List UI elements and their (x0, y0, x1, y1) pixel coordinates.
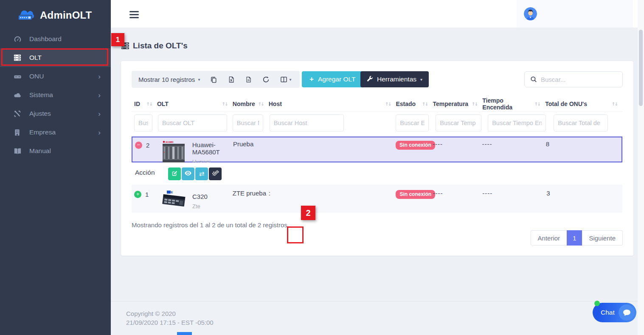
table-toolbar-group: Mostrar 10 registros ▾ (132, 71, 300, 88)
settings-gears-button[interactable] (209, 168, 222, 180)
copyright-text: Copyright © 2020 (126, 309, 214, 318)
huawei-olt-image: HUAWEI (162, 140, 186, 165)
sort-icon: ↑↓ (146, 101, 152, 106)
sidebar-item-onu[interactable]: ONU › (0, 67, 111, 86)
chevron-right-icon: › (98, 129, 101, 136)
header-temperatura[interactable]: Temperatura↑↓ (433, 100, 482, 107)
caret-down-icon: ▾ (289, 77, 291, 82)
sidebar-item-ajustes[interactable]: Ajustes › (0, 104, 111, 123)
refresh-icon[interactable] (262, 76, 270, 83)
host-value (269, 140, 275, 148)
tools-label: Herramientas (377, 75, 416, 83)
sidebar-item-label: OLT (29, 54, 42, 61)
expand-row-icon[interactable]: + (134, 191, 141, 198)
olt-name-block: Huawei-MA5680T Huawei (192, 140, 233, 165)
sidebar-item-empresa[interactable]: Empresa › (0, 123, 111, 142)
table-row-huawei[interactable]: − 2 HUAWEI (132, 137, 622, 162)
excel-export-icon[interactable] (228, 76, 235, 83)
sidebar-item-label: ONU (29, 73, 44, 80)
table-row-zte[interactable]: + 1 ZTE (132, 184, 622, 213)
wrench-icon (367, 75, 373, 84)
columns-visibility-icon[interactable]: ▾ (280, 76, 291, 83)
header-id[interactable]: ID↑↓ (134, 100, 157, 107)
app-logo: AdminOLT (15, 7, 92, 24)
page-title: Lista de OLT's (121, 41, 188, 50)
device-icon (14, 73, 23, 81)
bottom-edge-element (177, 332, 192, 335)
host-value: : (269, 189, 276, 197)
export-buttons: ▾ (210, 76, 291, 83)
sidebar-item-sistema[interactable]: Sistema › (0, 86, 111, 104)
filter-nombre-input[interactable] (233, 114, 263, 131)
sidebar-item-label: Dashboard (29, 35, 62, 43)
topbar-user-section (517, 0, 633, 28)
swap-arrows-icon: ⇄ (199, 170, 205, 178)
table-search (524, 71, 623, 87)
pagination-prev-button[interactable]: Anterior (531, 230, 567, 246)
caret-down-icon: ▾ (198, 77, 200, 82)
show-entries-label: Mostrar 10 registros (138, 76, 195, 83)
sort-icon: ↑↓ (534, 101, 540, 106)
topbar (111, 0, 644, 28)
filter-id-input[interactable] (134, 114, 152, 131)
sidebar: AdminOLT Dashboard OLT ONU › (0, 0, 111, 335)
id-value: 2 (146, 142, 149, 149)
sort-icon: ↑↓ (222, 101, 228, 106)
status-badge: Sin conexión (396, 190, 435, 199)
sort-icon: ↑↓ (611, 101, 617, 106)
header-nombre[interactable]: Nombre↑↓ (233, 100, 269, 107)
show-entries-dropdown[interactable]: Mostrar 10 registros ▾ (138, 76, 200, 83)
action-buttons: ⇄ (168, 168, 222, 180)
file-export-icon[interactable] (245, 76, 252, 83)
chevron-right-icon: › (98, 110, 101, 117)
temperatura-value: ---- (433, 189, 443, 197)
sidebar-item-manual[interactable]: Manual (0, 142, 111, 160)
copy-icon[interactable] (210, 76, 217, 83)
gauge-icon (14, 35, 23, 43)
header-estado[interactable]: Estado↑↓ (396, 100, 433, 107)
action-detail-row: Acción ⇄ (132, 162, 622, 184)
page-title-text: Lista de OLT's (133, 41, 188, 50)
search-input[interactable] (541, 76, 622, 83)
edit-olt-button[interactable] (168, 168, 181, 180)
add-olt-button[interactable]: + Agregar OLT (302, 71, 363, 87)
header-tiempo-encendida[interactable]: Tiempo Encendida↑↓ (482, 97, 545, 111)
status-badge: Sin conexión (396, 141, 435, 150)
scrollbar-thumb[interactable] (639, 30, 643, 106)
sidebar-item-label: Ajustes (29, 110, 51, 117)
filter-tiempo-input[interactable] (488, 114, 546, 131)
online-status-dot (594, 301, 600, 306)
filter-estado-input[interactable] (396, 114, 429, 131)
pagination-next-button[interactable]: Siguiente (582, 230, 623, 246)
annotation-box-edit-button (287, 226, 304, 243)
header-host[interactable]: Host↑↓ (269, 100, 396, 107)
id-value: 1 (145, 191, 149, 198)
user-avatar[interactable] (524, 7, 537, 20)
nombre-value: ZTE prueba (233, 189, 266, 197)
temperatura-value: ---- (433, 140, 443, 148)
pagination: Anterior 1 Siguiente (531, 230, 623, 246)
filter-total-input[interactable] (554, 114, 608, 131)
tools-dropdown-button[interactable]: Herramientas ▾ (360, 71, 429, 87)
edit-pencil-icon (172, 170, 177, 178)
sidebar-item-olt[interactable]: OLT (0, 48, 111, 67)
filter-temperatura-input[interactable] (436, 114, 481, 131)
view-olt-button[interactable] (182, 168, 194, 180)
hamburger-menu-icon[interactable] (129, 11, 139, 20)
cloud-icon (14, 91, 23, 99)
pagination-page-1[interactable]: 1 (567, 230, 582, 246)
sidebar-item-dashboard[interactable]: Dashboard (0, 30, 111, 48)
header-total-onus[interactable]: Total de ONU's↑↓ (545, 100, 622, 107)
tools-icon (14, 110, 23, 117)
sort-icon: ↑↓ (422, 101, 428, 106)
sidebar-item-label: Manual (29, 147, 51, 155)
filter-olt-input[interactable] (158, 114, 227, 131)
transfer-arrows-button[interactable]: ⇄ (195, 168, 208, 180)
table-filter-row (132, 114, 622, 133)
collapse-row-icon[interactable]: − (135, 142, 142, 149)
olt-brand: Zte (192, 203, 208, 209)
header-olt[interactable]: OLT↑↓ (157, 100, 233, 107)
chat-widget-button[interactable]: Chat (593, 303, 636, 322)
app-title: AdminOLT (40, 9, 92, 21)
filter-host-input[interactable] (270, 114, 344, 131)
